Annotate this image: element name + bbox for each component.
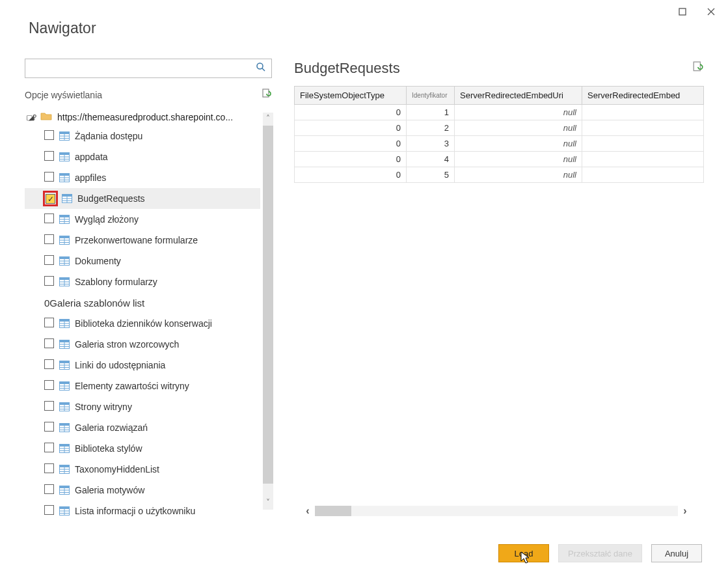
table-icon: [59, 215, 70, 224]
tree-item[interactable]: Elementy zawartości witryny: [25, 376, 260, 396]
table-cell: 0: [295, 105, 407, 120]
svg-rect-0: [679, 8, 686, 15]
checkbox[interactable]: [44, 276, 54, 286]
table-icon: [59, 277, 70, 286]
tree-item-label: Wygląd złożony: [75, 214, 139, 225]
maximize-button[interactable]: [671, 3, 694, 21]
checkbox[interactable]: [44, 151, 54, 161]
table-row[interactable]: 03null: [295, 136, 704, 152]
navigator-left-panel: Opcje wyświetlania ▢? ◢ https://themeasu…: [25, 59, 272, 519]
tree-item[interactable]: Dokumenty: [25, 251, 260, 271]
checkbox[interactable]: [44, 130, 54, 140]
table-row[interactable]: 05null: [295, 167, 704, 183]
table-icon: [59, 131, 70, 141]
scroll-thumb[interactable]: [263, 126, 273, 484]
tree-item[interactable]: appfiles: [25, 167, 260, 188]
col-header[interactable]: FileSystemObjectType: [295, 87, 407, 105]
search-box[interactable]: [25, 59, 272, 78]
preview-panel: BudgetRequests FileSystemObjectType Iden…: [294, 60, 704, 183]
tree-item[interactable]: Linki do udostępniania: [25, 355, 260, 376]
tree-item[interactable]: Galeria stron wzorcowych: [25, 334, 260, 355]
scroll-right-arrow-icon[interactable]: ›: [678, 505, 692, 517]
table-cell: [582, 136, 704, 152]
checkbox[interactable]: [44, 463, 54, 473]
cancel-button[interactable]: Anuluj: [651, 544, 702, 562]
tree-subheader[interactable]: 0Galeria szablonów list: [25, 292, 260, 313]
tree-item[interactable]: Wygląd złożony: [25, 209, 260, 230]
table-icon: [59, 152, 70, 161]
col-header[interactable]: Identyfikator: [407, 87, 455, 105]
search-icon[interactable]: [253, 62, 269, 75]
table-icon: [59, 486, 70, 495]
col-header[interactable]: ServerRedirectedEmbedUri: [455, 87, 582, 105]
checkbox[interactable]: [44, 380, 54, 390]
tree-vertical-scrollbar[interactable]: ˄ ˅: [263, 113, 275, 510]
load-button[interactable]: Load: [498, 544, 549, 562]
checkbox[interactable]: [44, 255, 54, 265]
caret-expanded-icon[interactable]: ◢: [29, 113, 35, 122]
table-cell: 1: [407, 105, 455, 120]
tree-item-label: Szablony formularzy: [75, 277, 157, 287]
scroll-left-arrow-icon[interactable]: ‹: [301, 505, 315, 517]
tree-item-label: Strony witryny: [75, 402, 132, 412]
checkbox[interactable]: [44, 443, 54, 452]
tree-item-label: Przekonwertowane formularze: [75, 235, 198, 245]
tree-item[interactable]: Galeria motywów: [25, 480, 260, 501]
table-cell: 0: [295, 120, 407, 136]
search-input[interactable]: [31, 63, 253, 74]
table-icon: [59, 381, 70, 391]
checkbox[interactable]: [44, 318, 54, 327]
close-button[interactable]: [699, 3, 723, 21]
tree-item[interactable]: Szablony formularzy: [25, 271, 260, 292]
checkbox[interactable]: [44, 234, 54, 244]
tree-item[interactable]: Galeria rozwiązań: [25, 417, 260, 438]
preview-horizontal-scrollbar[interactable]: ‹ ›: [301, 504, 692, 518]
table-cell: [582, 167, 704, 183]
tree-item[interactable]: TaxonomyHiddenList: [25, 459, 260, 480]
tree-root-label: https://themeasuredproduct.sharepoint.co…: [57, 112, 233, 122]
hscroll-thumb[interactable]: [315, 506, 351, 516]
folder-icon: [40, 111, 52, 123]
table-cell: null: [455, 167, 582, 183]
checkbox[interactable]: [44, 359, 54, 369]
tree-item-label: BudgetRequests: [77, 193, 145, 204]
checkbox[interactable]: ✓: [46, 194, 55, 204]
table-icon: [59, 173, 70, 182]
tree-item-label: Lista informacji o użytkowniku: [75, 506, 195, 516]
hscroll-track[interactable]: [315, 506, 678, 516]
tree-item-label: Dokumenty: [75, 256, 121, 266]
checkbox[interactable]: [44, 338, 54, 348]
col-header[interactable]: ServerRedirectedEmbed: [582, 87, 704, 105]
checkbox[interactable]: [44, 484, 54, 494]
checkbox[interactable]: [44, 172, 54, 182]
preview-table: FileSystemObjectType Identyfikator Serve…: [294, 86, 704, 183]
tree-item[interactable]: Lista informacji o użytkowniku: [25, 501, 260, 521]
tree-root-folder[interactable]: ▢? ◢ https://themeasuredproduct.sharepoi…: [25, 109, 260, 126]
checkbox[interactable]: [44, 505, 54, 515]
checkbox[interactable]: [44, 401, 54, 411]
table-icon: [59, 506, 70, 516]
window-controls: [671, 3, 723, 21]
tree-item[interactable]: Biblioteka stylów: [25, 438, 260, 459]
tree-item[interactable]: ✓BudgetRequests: [25, 188, 260, 209]
table-cell: 2: [407, 120, 455, 136]
tree-item[interactable]: Strony witryny: [25, 396, 260, 417]
table-icon: [59, 256, 70, 266]
tree-item[interactable]: Przekonwertowane formularze: [25, 230, 260, 251]
scroll-up-arrow-icon[interactable]: ˄: [263, 114, 273, 124]
preview-refresh-icon[interactable]: [692, 61, 704, 76]
table-cell: [582, 120, 704, 136]
table-icon: [59, 319, 70, 328]
table-icon: [59, 402, 70, 411]
tree-item[interactable]: Żądania dostępu: [25, 126, 260, 146]
checkbox[interactable]: [44, 213, 54, 223]
display-options-label[interactable]: Opcje wyświetlania: [25, 90, 102, 100]
checkbox[interactable]: [44, 422, 54, 432]
tree-item[interactable]: Biblioteka dzienników konserwacji: [25, 313, 260, 334]
table-row[interactable]: 04null: [295, 152, 704, 167]
refresh-options-icon[interactable]: [262, 89, 272, 101]
scroll-down-arrow-icon[interactable]: ˅: [263, 498, 273, 508]
table-row[interactable]: 01null: [295, 105, 704, 120]
table-row[interactable]: 02null: [295, 120, 704, 136]
tree-item[interactable]: appdata: [25, 146, 260, 167]
